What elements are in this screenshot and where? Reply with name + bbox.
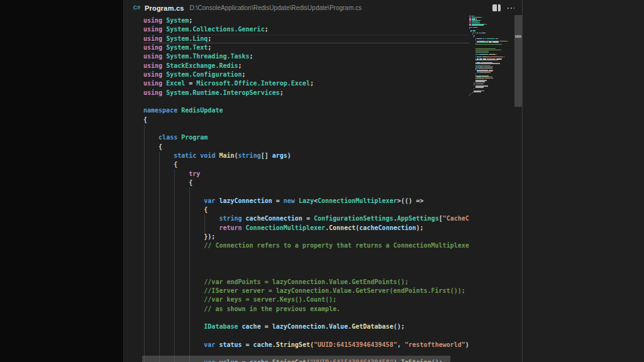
code-lines: using System;using System.Collections.Ge…	[143, 16, 469, 362]
code-line[interactable]: {	[143, 178, 469, 187]
code-line[interactable]	[143, 331, 469, 340]
code-line[interactable]: //IServer server = lazyConnection.Value.…	[143, 287, 469, 295]
code-line[interactable]: using System.Threading.Tasks;	[143, 52, 469, 61]
code-line[interactable]	[143, 187, 469, 196]
code-line[interactable]: // as shown in the previous example.	[143, 305, 469, 314]
code-line[interactable]: namespace RedisUpdate	[143, 106, 469, 115]
code-line[interactable]: IDatabase cache = lazyConnection.Value.G…	[143, 322, 469, 331]
code-line[interactable]: class Program	[143, 133, 469, 142]
code-line[interactable]: // Connection refers to a property that …	[143, 241, 469, 250]
indent-guide	[174, 170, 175, 362]
tab-file-path: D:\ConsoleApplication\RedisUpdate\RedisU…	[190, 4, 362, 11]
vertical-scrollbar[interactable]	[514, 0, 522, 362]
csharp-file-icon: C#	[133, 4, 141, 12]
editor-window: C# Program.cs D:\ConsoleApplication\Redi…	[123, 0, 522, 362]
editor-actions	[492, 4, 516, 13]
code-line[interactable]: using System.Configuration;	[143, 70, 469, 79]
code-line[interactable]: //var endPoints = lazyConnection.Value.G…	[143, 278, 469, 287]
code-line[interactable]: {	[143, 116, 469, 124]
code-line[interactable]: using StackExchange.Redis;	[143, 62, 469, 70]
minimap-content	[469, 16, 514, 96]
minimap[interactable]	[469, 16, 514, 362]
code-editor[interactable]: using System;using System.Collections.Ge…	[124, 16, 469, 362]
code-line[interactable]: {	[143, 143, 469, 151]
code-line[interactable]: try	[143, 170, 469, 178]
code-line[interactable]: using System.Collections.Generic;	[143, 25, 469, 34]
code-line[interactable]: using Excel = Microsoft.Office.Interop.E…	[143, 79, 469, 88]
editor-tab-bar: C# Program.cs D:\ConsoleApplication\Redi…	[124, 0, 522, 16]
code-line[interactable]	[143, 268, 469, 277]
vertical-scrollbar-thumb[interactable]	[514, 15, 522, 107]
code-line[interactable]: using System;	[143, 16, 469, 25]
code-line[interactable]: //var keys = server.Keys().Count();	[143, 295, 469, 304]
code-line[interactable]: string cacheConnection = ConfigurationSe…	[143, 214, 469, 223]
empty-right-panel	[522, 0, 644, 362]
indent-guide	[144, 124, 145, 362]
code-line[interactable]	[143, 260, 469, 268]
code-line[interactable]	[143, 97, 469, 106]
split-editor-icon[interactable]	[492, 4, 501, 11]
code-line[interactable]	[143, 124, 469, 133]
code-line[interactable]: return ConnectionMultiplexer.Connect(cac…	[143, 224, 469, 233]
code-line[interactable]: var status = cache.StringSet("UUID:64154…	[143, 341, 469, 349]
code-line[interactable]: {	[143, 160, 469, 169]
code-line[interactable]: });	[143, 233, 469, 241]
indent-guide	[189, 187, 190, 362]
code-line[interactable]: {	[143, 206, 469, 214]
indent-guide	[204, 214, 205, 233]
horizontal-scrollbar-thumb[interactable]	[142, 356, 450, 362]
code-line[interactable]: var lazyConnection = new Lazy<Connection…	[143, 197, 469, 206]
code-line[interactable]: using System.Runtime.InteropServices;	[143, 89, 469, 97]
code-line[interactable]: using System.Linq;	[143, 35, 469, 43]
overview-ruler-cursor-marker	[515, 35, 521, 38]
code-line[interactable]: using System.Text;	[143, 43, 469, 52]
code-line[interactable]	[143, 314, 469, 322]
code-line[interactable]: static void Main(string[] args)	[143, 151, 469, 160]
indent-guide	[159, 151, 160, 362]
code-line[interactable]	[143, 251, 469, 260]
tab-title[interactable]: Program.cs	[145, 4, 184, 12]
